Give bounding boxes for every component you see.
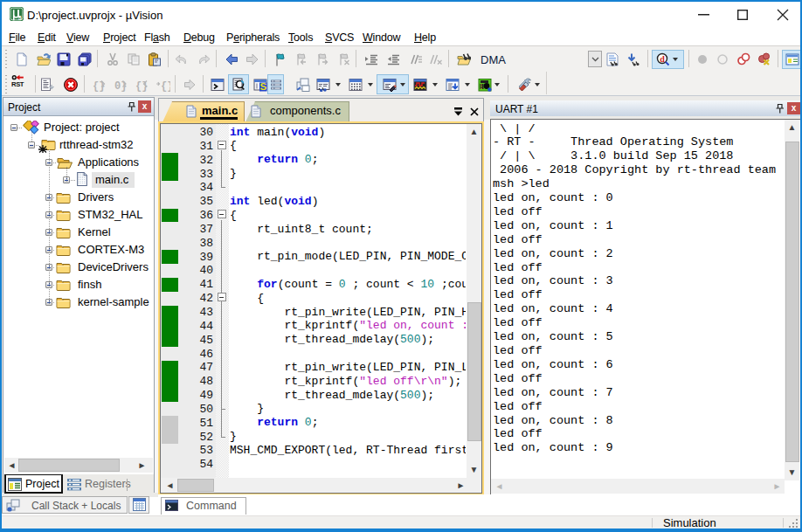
svg-text:{}: {} bbox=[93, 80, 105, 93]
svg-text:RST: RST bbox=[11, 80, 24, 88]
svg-text:{}: {} bbox=[161, 80, 170, 93]
svg-text:5: 5 bbox=[18, 15, 22, 21]
svg-text:S: S bbox=[259, 81, 266, 92]
svg-text:0}: 0} bbox=[114, 80, 127, 93]
svg-text:d: d bbox=[660, 54, 665, 64]
